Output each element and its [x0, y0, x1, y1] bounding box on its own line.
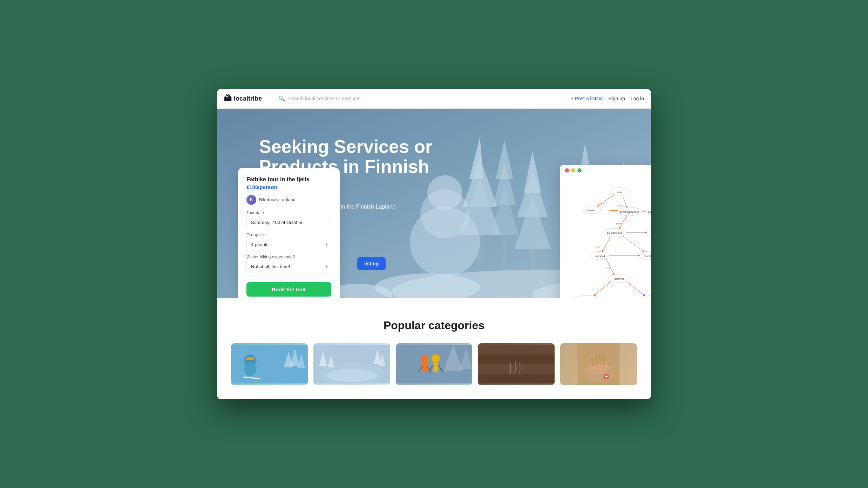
category-scene-4: [478, 343, 555, 385]
category-grid: [231, 343, 637, 385]
experience-select-wrapper: Not at all, first time! Some experience …: [246, 261, 331, 272]
group-size-label: Group size: [246, 232, 331, 237]
svg-point-42: [646, 228, 651, 237]
group-size-select-wrapper: 4 people 1 person 2 people 3 people 5 pe…: [246, 239, 331, 250]
hero-section: Seeking Services or Products in Finnish …: [217, 109, 651, 298]
logo-text: localtribe: [234, 95, 262, 102]
svg-text:cancelled: cancelled: [644, 255, 651, 257]
tour-date-input[interactable]: [246, 217, 331, 228]
booking-provider: B Biketours Lapland: [246, 195, 331, 205]
category-card-1[interactable]: [231, 343, 308, 385]
search-icon: 🔍: [279, 95, 285, 102]
window-minimize-dot[interactable]: [571, 168, 575, 172]
window-close-dot[interactable]: [565, 168, 569, 172]
svg-point-97: [432, 354, 440, 362]
diagram-card: initial customer provider operator syste…: [560, 165, 651, 298]
diagram-body: initial customer provider operator syste…: [560, 176, 651, 298]
svg-line-62: [602, 237, 610, 251]
login-link[interactable]: Log in: [631, 96, 644, 101]
window-maximize-dot[interactable]: [577, 168, 582, 172]
svg-line-116: [600, 356, 601, 364]
svg-point-93: [421, 355, 428, 363]
state-diagram-svg: initial customer provider operator syste…: [565, 182, 651, 298]
category-card-5[interactable]: [560, 343, 637, 385]
svg-point-50: [574, 295, 600, 298]
diagram-titlebar: [560, 165, 651, 176]
svg-line-67: [627, 282, 644, 295]
svg-text:accepted: accepted: [595, 255, 605, 257]
svg-line-115: [596, 357, 597, 364]
experience-select[interactable]: Not at all, first time! Some experience …: [246, 261, 331, 272]
book-tour-button[interactable]: Book the tour: [246, 282, 331, 297]
category-card-3[interactable]: [396, 343, 473, 385]
svg-line-63: [623, 236, 644, 252]
search-bar: 🔍 Search local services or products...: [279, 95, 565, 102]
browser-window: 🏔 localtribe 🔍 Search local services or …: [217, 89, 651, 399]
categories-section: Popular categories: [217, 298, 651, 399]
booking-card: Fatbike tour in the fjells €100/person B…: [238, 168, 340, 298]
post-listing-nav-button[interactable]: + Post a listing: [571, 96, 603, 101]
experience-field: Winter biking experience? Not at all, fi…: [246, 255, 331, 272]
svg-line-57: [623, 196, 627, 207]
svg-text:pending payment: pending payment: [620, 210, 639, 213]
category-scene-1: [231, 343, 308, 385]
provider-avatar: B: [246, 195, 256, 205]
category-card-2[interactable]: [313, 343, 390, 385]
signup-link[interactable]: Sign up: [608, 96, 625, 101]
svg-point-52: [639, 295, 651, 298]
svg-text:payment-expired: payment-expired: [648, 210, 651, 213]
svg-text:inquired: inquired: [587, 209, 596, 212]
booking-price: €100/person: [246, 184, 331, 190]
svg-text:initial: initial: [617, 190, 623, 194]
svg-text:complete: complete: [605, 267, 611, 269]
svg-text:inquire: inquire: [600, 203, 605, 204]
svg-rect-20: [502, 235, 507, 266]
search-placeholder: Search local services or products...: [288, 96, 365, 101]
svg-rect-109: [478, 374, 555, 383]
hero-post-listing-button[interactable]: listing: [357, 257, 386, 270]
svg-rect-98: [433, 362, 438, 372]
svg-point-80: [244, 362, 256, 376]
svg-text:accept: accept: [595, 246, 600, 248]
group-size-field: Group size 4 people 1 person 2 people 3 …: [246, 232, 331, 250]
category-card-4[interactable]: [478, 343, 555, 385]
svg-rect-78: [246, 357, 254, 360]
provider-name: Biketours Lapland: [259, 197, 296, 202]
category-scene-3: [396, 343, 473, 385]
svg-line-64: [606, 259, 614, 274]
logo[interactable]: 🏔 localtribe: [224, 89, 273, 108]
svg-line-66: [594, 281, 611, 295]
svg-point-91: [326, 369, 377, 381]
categories-title: Popular categories: [231, 319, 637, 332]
svg-text:delivered: delivered: [615, 278, 625, 280]
nav-actions: + Post a listing Sign up Log in: [571, 96, 644, 101]
booking-title: Fatbike tour in the fjells: [246, 176, 331, 183]
svg-line-59: [601, 210, 617, 211]
navbar: 🏔 localtribe 🔍 Search local services or …: [217, 89, 651, 109]
logo-icon: 🏔: [224, 94, 232, 103]
tour-date-field: Tour date: [246, 210, 331, 228]
svg-text:preauthorized: preauthorized: [607, 232, 622, 235]
category-scene-5: [560, 343, 637, 385]
svg-line-60: [619, 216, 627, 228]
group-size-select[interactable]: 4 people 1 person 2 people 3 people 5 pe…: [246, 239, 331, 250]
tour-date-label: Tour date: [246, 210, 331, 215]
svg-text:request: request: [617, 205, 623, 207]
experience-label: Winter biking experience?: [246, 255, 331, 259]
hero-cta: listing: [357, 257, 386, 270]
svg-text:payment: payment: [616, 223, 623, 225]
category-scene-2: [313, 343, 390, 385]
